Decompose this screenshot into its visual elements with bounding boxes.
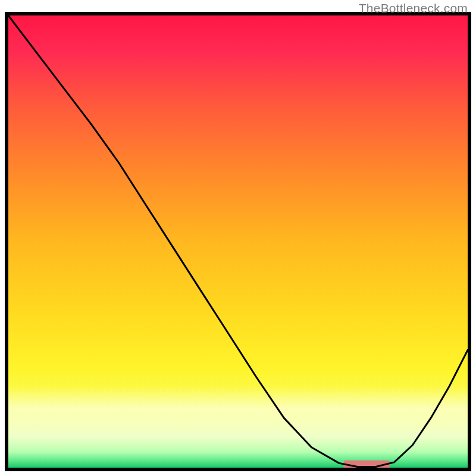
watermark-text: TheBottleneck.com xyxy=(359,1,468,15)
svg-rect-1 xyxy=(8,386,468,452)
chart-container: TheBottleneck.com xyxy=(0,0,476,476)
bottleneck-chart xyxy=(0,0,476,476)
